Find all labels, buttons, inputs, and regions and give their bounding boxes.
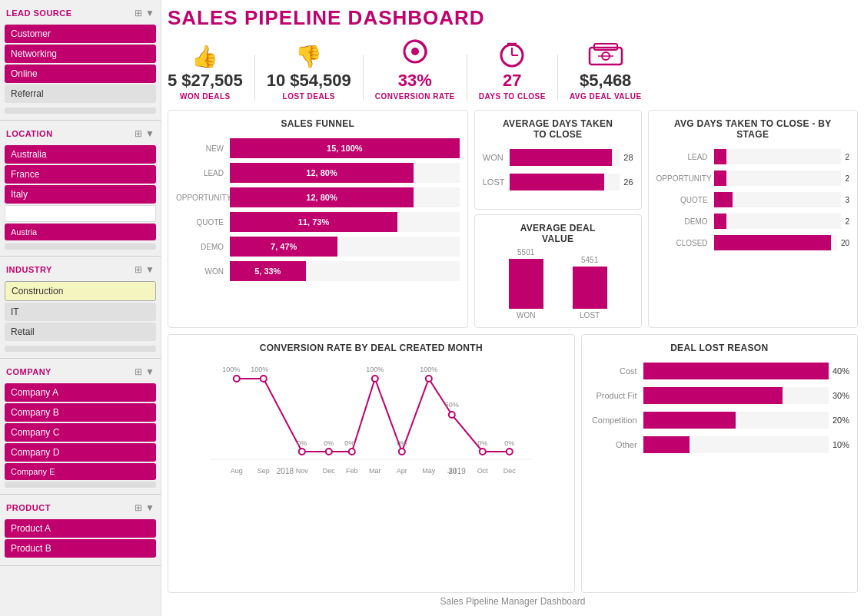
lost-reason-value-productfit: 30% xyxy=(832,391,849,400)
filter-sort-icon[interactable]: ⊞ xyxy=(135,8,142,18)
funnel-row-demo: DEMO 7, 47% xyxy=(176,237,460,257)
scrollbar xyxy=(5,243,156,250)
funnel-label-new: NEW xyxy=(176,144,230,153)
svg-text:100%: 100% xyxy=(366,366,384,373)
main-content: SALES PIPELINE DASHBOARD 👍 5 $27,505 WON… xyxy=(161,0,864,616)
location-header: LOCATION ⊞ ▼ xyxy=(0,125,161,142)
filter-item-referral[interactable]: Referral xyxy=(5,84,156,103)
lost-money: $54,509 xyxy=(290,71,351,91)
dashboard-header: SALES PIPELINE DASHBOARD xyxy=(168,6,858,30)
avg-deal-chart-card: AVERAGE DEALVALUE 5501 WON 5451 LOST xyxy=(474,214,642,328)
filter-item-france[interactable]: France xyxy=(5,165,156,184)
days-stage-bar-demo xyxy=(714,214,727,229)
svg-text:100%: 100% xyxy=(222,366,240,373)
lost-reason-chart: Cost 40% Product Fit 30% C xyxy=(590,359,849,464)
company-funnel-icon[interactable]: ▼ xyxy=(145,366,155,377)
days-stage-value-demo: 2 xyxy=(845,217,849,226)
won-value-row: 5 $27,505 xyxy=(168,71,243,91)
industry-list: Construction IT Retail xyxy=(0,278,161,344)
avg-deal-won-bar xyxy=(509,259,543,309)
days-stage-label-lead: LEAD xyxy=(656,153,714,161)
filter-item-networking[interactable]: Networking xyxy=(5,45,156,63)
lead-source-section: LEAD SOURCE ⊞ ▼ Customer Networking Onli… xyxy=(0,0,161,121)
lost-reason-bar-other xyxy=(643,436,690,453)
won-count: 5 xyxy=(168,71,177,91)
lost-reason-bar-competition xyxy=(643,412,736,429)
days-stage-value-quote: 3 xyxy=(845,196,849,204)
funnel-label-demo: DEMO xyxy=(176,243,230,251)
svg-text:0%: 0% xyxy=(344,439,354,447)
filter-item-company-b[interactable]: Company B xyxy=(5,403,156,422)
avg-deal-label: AVG DEAL VALUE xyxy=(570,92,642,101)
funnel-label-opportunity: OPPORTUNITY xyxy=(176,194,230,202)
dashboard-title: SALES PIPELINE DASHBOARD xyxy=(168,6,485,30)
filter-item-online[interactable]: Online xyxy=(5,65,156,83)
avg-days-value-won: 28 xyxy=(623,153,633,162)
scrollbar xyxy=(5,482,156,488)
funnel-row-won: WON 5, 33% xyxy=(176,261,460,281)
scrollbar xyxy=(5,108,156,114)
days-stage-row-demo: DEMO 2 xyxy=(656,214,849,229)
filter-item-company-a[interactable]: Company A xyxy=(5,383,156,402)
filter-item-it[interactable]: IT xyxy=(5,303,156,321)
filter-item-austria[interactable]: Austria xyxy=(5,224,156,240)
filter-funnel-icon[interactable]: ▼ xyxy=(145,8,155,18)
location-section: LOCATION ⊞ ▼ Australia France Italy Aust… xyxy=(0,121,161,257)
filter-item-company-c[interactable]: Company C xyxy=(5,423,156,442)
days-stage-chart: LEAD 2 OPPORTUNITY 2 QUOTE xyxy=(656,146,849,260)
days-stage-bar-closed xyxy=(714,235,831,250)
filter-item-australia[interactable]: Australia xyxy=(5,145,156,164)
filter-item-construction[interactable]: Construction xyxy=(5,281,156,301)
thumbs-up-icon: 👍 xyxy=(191,44,218,69)
conversion-chart-card: CONVERSION RATE BY DEAL CREATED MONTH xyxy=(168,334,575,593)
svg-point-1 xyxy=(411,48,419,55)
product-list: Product A Product B xyxy=(0,516,161,561)
lost-reason-value-cost: 40% xyxy=(832,366,849,376)
location-title: LOCATION xyxy=(6,129,53,138)
funnel-label-won: WON xyxy=(176,267,230,276)
filter-item-company-d[interactable]: Company D xyxy=(5,443,156,462)
won-money: $27,505 xyxy=(181,71,243,91)
filter-item-product-a[interactable]: Product A xyxy=(5,519,156,538)
location-funnel-icon[interactable]: ▼ xyxy=(145,128,155,139)
industry-section: INDUSTRY ⊞ ▼ Construction IT Retail xyxy=(0,257,161,359)
svg-point-12 xyxy=(234,376,240,382)
avg-days-row-won: WON 28 xyxy=(483,149,633,166)
product-funnel-icon[interactable]: ▼ xyxy=(145,502,155,513)
lost-reason-label-productfit: Product Fit xyxy=(590,391,643,400)
filter-item-italy[interactable]: Italy xyxy=(5,185,156,204)
svg-text:Oct: Oct xyxy=(477,467,489,475)
lost-reason-bar-container-other xyxy=(643,436,829,453)
industry-sort-icon[interactable]: ⊞ xyxy=(135,264,142,275)
filter-item-company-e[interactable]: Company E xyxy=(5,463,156,480)
filter-item-product-b[interactable]: Product B xyxy=(5,539,156,558)
avg-deal-won-top-label: 5501 xyxy=(517,248,534,257)
conversion-icon xyxy=(400,38,430,71)
svg-text:50%: 50% xyxy=(445,401,459,409)
days-value-row: 27 xyxy=(503,71,521,91)
svg-text:0%: 0% xyxy=(504,439,514,447)
conversion-rate: 33% xyxy=(398,71,432,91)
days-stage-label-quote: QUOTE xyxy=(656,196,714,204)
kpi-conversion: 33% CONVERSION RATE xyxy=(375,38,455,101)
location-sort-icon[interactable]: ⊞ xyxy=(135,128,142,139)
days-stage-label-demo: DEMO xyxy=(656,217,714,226)
filter-item-retail[interactable]: Retail xyxy=(5,323,156,341)
lost-value-row: 10 $54,509 xyxy=(267,71,351,91)
product-sort-icon[interactable]: ⊞ xyxy=(135,502,142,513)
kpi-lost: 👎 10 $54,509 LOST DEALS xyxy=(267,44,351,101)
company-sort-icon[interactable]: ⊞ xyxy=(135,366,142,377)
middle-charts: AVERAGE DAYS TAKENTO CLOSE WON 28 LOST xyxy=(474,110,642,328)
timer-icon xyxy=(497,40,527,71)
filter-item-customer[interactable]: Customer xyxy=(5,25,156,43)
avg-deal-lost-top-label: 5451 xyxy=(581,256,598,264)
lost-reason-label-other: Other xyxy=(590,440,643,449)
days-stage-bar-quote xyxy=(714,192,733,207)
funnel-label-quote: QUOTE xyxy=(176,218,230,227)
conversion-line-chart: 100% 100% 0% 0% 0% 100% 0% 100% 50% 0% 0… xyxy=(176,359,567,467)
svg-text:0%: 0% xyxy=(297,439,307,447)
industry-funnel-icon[interactable]: ▼ xyxy=(145,264,155,275)
location-search-input[interactable] xyxy=(5,205,156,222)
lead-source-header: LEAD SOURCE ⊞ ▼ xyxy=(0,5,161,22)
avg-days-bar-container-won xyxy=(510,149,620,166)
